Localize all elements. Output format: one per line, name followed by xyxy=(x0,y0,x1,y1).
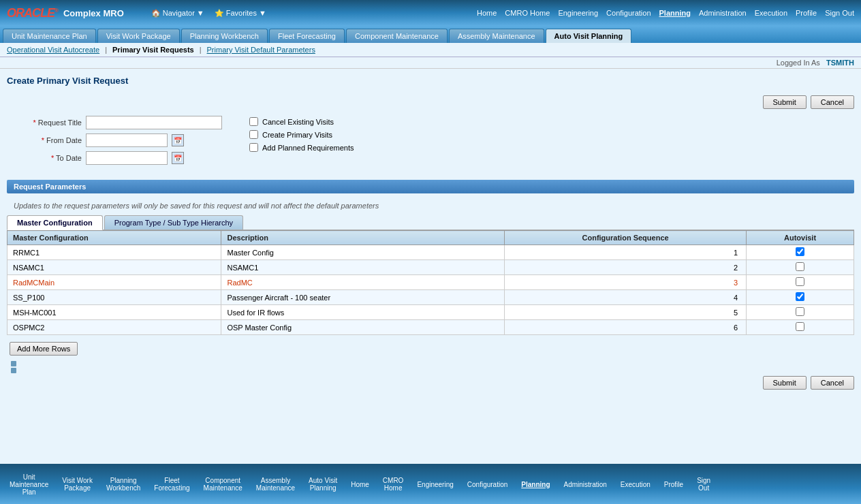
tab-component-maintenance[interactable]: Component Maintenance xyxy=(346,29,448,43)
top-link-signout[interactable]: Sign Out xyxy=(825,9,854,17)
footer-planning[interactable]: Planning xyxy=(518,479,552,490)
cell-description: Passenger Aircraft - 100 seater xyxy=(221,290,505,305)
navigator-icon: 🏠 xyxy=(151,9,161,18)
breadcrumb-operational-visit[interactable]: Operational Visit Autocreate xyxy=(7,46,99,54)
top-link-administration[interactable]: Administration xyxy=(699,9,747,17)
from-date-input[interactable] xyxy=(86,133,168,147)
cancel-existing-visits-label: Cancel Existing Visits xyxy=(262,118,334,126)
inner-tab-program-type[interactable]: Program Type / Sub Type Hierarchy xyxy=(104,215,243,230)
form-section: * Request Title * From Date 📅 * To Date … xyxy=(7,116,854,169)
footer-engineering[interactable]: Engineering xyxy=(414,479,456,490)
scroll-indicators xyxy=(7,358,854,376)
autovisit-checkbox[interactable] xyxy=(796,307,804,316)
col-configuration-sequence: Configuration Sequence xyxy=(505,231,747,245)
favorites-button[interactable]: ⭐ Favorites ▼ xyxy=(215,9,266,18)
cell-master-config: SS_P100 xyxy=(7,290,221,305)
navigator-button[interactable]: 🏠 Navigator ▼ xyxy=(151,9,204,18)
from-date-row: * From Date 📅 xyxy=(20,133,222,147)
cell-sequence: 1 xyxy=(505,245,747,260)
cell-autovisit[interactable] xyxy=(747,305,854,320)
table-row: OSPMC2OSP Master Config6 xyxy=(7,320,854,335)
footer-home[interactable]: Home xyxy=(348,479,372,490)
footer-component-maintenance[interactable]: ComponentMaintenance xyxy=(201,475,245,493)
footer-auto-visit-planning[interactable]: Auto VisitPlanning xyxy=(306,475,340,493)
top-link-engineering[interactable]: Engineering xyxy=(558,9,598,17)
footer-visit-work-package[interactable]: Visit WorkPackage xyxy=(59,475,95,493)
footer-configuration[interactable]: Configuration xyxy=(465,479,510,490)
tab-assembly-maintenance[interactable]: Assembly Maintenance xyxy=(449,29,544,43)
top-link-planning[interactable]: Planning xyxy=(659,9,691,17)
top-link-profile[interactable]: Profile xyxy=(796,9,817,17)
top-link-home[interactable]: Home xyxy=(477,9,497,17)
to-date-calendar-icon[interactable]: 📅 xyxy=(172,152,184,164)
from-date-calendar-icon[interactable]: 📅 xyxy=(172,134,184,146)
add-planned-requirements-label: Add Planned Requirements xyxy=(262,144,354,152)
tab-planning-workbench[interactable]: Planning Workbench xyxy=(181,29,268,43)
create-primary-visits-checkbox[interactable] xyxy=(249,130,258,139)
tab-fleet-forecasting[interactable]: Fleet Forecasting xyxy=(269,29,345,43)
tab-unit-maintenance-plan[interactable]: Unit Maintenance Plan xyxy=(3,29,96,43)
top-submit-button[interactable]: Submit xyxy=(763,95,807,109)
cell-master-config: RadMCMain xyxy=(7,275,221,290)
autovisit-checkbox[interactable] xyxy=(796,292,804,301)
cell-autovisit[interactable] xyxy=(747,320,854,335)
autovisit-checkbox[interactable] xyxy=(796,262,804,271)
footer-cmro-home[interactable]: CMROHome xyxy=(380,475,407,493)
cell-autovisit[interactable] xyxy=(747,245,854,260)
add-planned-requirements-checkbox[interactable] xyxy=(249,143,258,152)
cell-master-config: MSH-MC001 xyxy=(7,305,221,320)
cell-autovisit[interactable] xyxy=(747,260,854,275)
favorites-chevron-icon: ▼ xyxy=(259,9,266,17)
request-title-label: * Request Title xyxy=(20,119,82,127)
cell-description: OSP Master Config xyxy=(221,320,505,335)
top-link-cmro-home[interactable]: CMRO Home xyxy=(505,9,550,17)
table-row: NSAMC1NSAMC12 xyxy=(7,260,854,275)
autovisit-checkbox[interactable] xyxy=(796,247,804,256)
cell-sequence: 3 xyxy=(505,275,747,290)
footer-planning-workbench[interactable]: PlanningWorkbench xyxy=(104,475,143,493)
autovisit-checkbox[interactable] xyxy=(796,277,804,286)
logged-in-bar: Logged In As TSMITH xyxy=(0,57,861,69)
col-master-config: Master Configuration xyxy=(7,231,221,245)
favorites-icon: ⭐ xyxy=(215,9,224,18)
autovisit-checkbox[interactable] xyxy=(796,322,804,331)
top-cancel-button[interactable]: Cancel xyxy=(811,95,854,109)
page-title: Create Primary Visit Request xyxy=(7,76,854,89)
tab-auto-visit-planning[interactable]: Auto Visit Planning xyxy=(546,29,632,43)
form-fields: * Request Title * From Date 📅 * To Date … xyxy=(20,116,222,169)
request-title-row: * Request Title xyxy=(20,116,222,129)
footer-administration[interactable]: Administration xyxy=(561,479,610,490)
scroll-dot-1 xyxy=(11,361,16,366)
logged-in-label: Logged In As xyxy=(777,59,820,67)
footer-execution[interactable]: Execution xyxy=(618,479,653,490)
cancel-existing-visits-checkbox[interactable] xyxy=(249,117,258,126)
breadcrumb: Operational Visit Autocreate | Primary V… xyxy=(0,43,861,57)
footer-profile[interactable]: Profile xyxy=(661,479,686,490)
bottom-action-row: Submit Cancel xyxy=(7,376,854,390)
cell-autovisit[interactable] xyxy=(747,290,854,305)
add-more-rows-button[interactable]: Add More Rows xyxy=(10,342,78,356)
tab-visit-work-package[interactable]: Visit Work Package xyxy=(97,29,180,43)
bottom-cancel-button[interactable]: Cancel xyxy=(811,376,854,390)
from-date-label: * From Date xyxy=(20,136,82,144)
cell-autovisit[interactable] xyxy=(747,275,854,290)
cell-description: Master Config xyxy=(221,245,505,260)
top-link-configuration[interactable]: Configuration xyxy=(606,9,651,17)
cell-description: Used for IR flows xyxy=(221,305,505,320)
cell-sequence: 6 xyxy=(505,320,747,335)
create-primary-visits-row: Create Primary Visits xyxy=(249,130,354,139)
footer-unit-maintenance[interactable]: UnitMaintenancePlan xyxy=(7,472,51,497)
top-link-execution[interactable]: Execution xyxy=(755,9,787,17)
breadcrumb-separator-1: | xyxy=(105,46,107,54)
col-autovisit: Autovisit xyxy=(747,231,854,245)
footer-fleet-forecasting[interactable]: FleetForecasting xyxy=(151,475,192,493)
inner-tabs: Master Configuration Program Type / Sub … xyxy=(7,215,854,230)
bottom-submit-button[interactable]: Submit xyxy=(763,376,807,390)
breadcrumb-primary-visit-default[interactable]: Primary Visit Default Parameters xyxy=(207,46,315,54)
footer-assembly-maintenance[interactable]: AssemblyMaintenance xyxy=(253,475,298,493)
footer-sign-out[interactable]: SignOut xyxy=(694,475,713,493)
inner-tab-master-config[interactable]: Master Configuration xyxy=(7,215,103,230)
to-date-input[interactable] xyxy=(86,151,168,165)
top-action-row: Submit Cancel xyxy=(7,95,854,109)
request-title-input[interactable] xyxy=(86,116,222,129)
